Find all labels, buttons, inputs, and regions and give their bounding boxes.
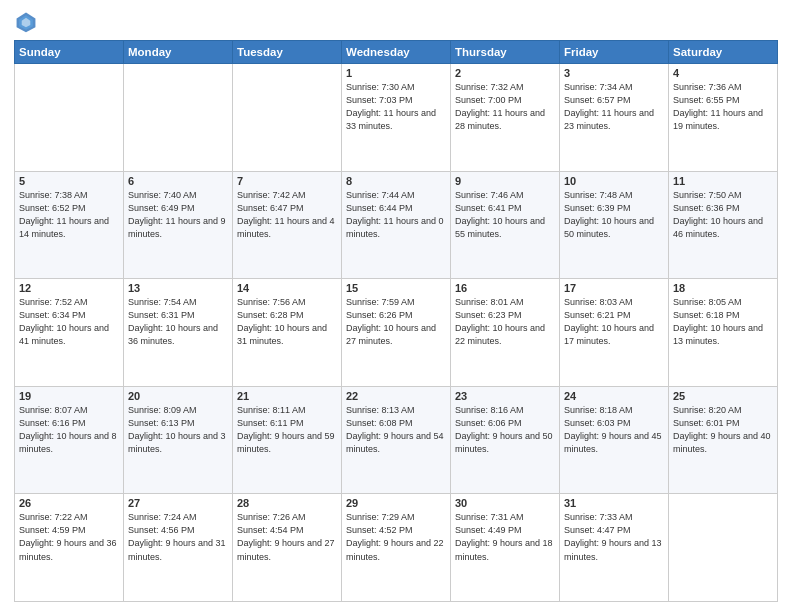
header <box>14 10 778 34</box>
day-number: 23 <box>455 390 555 402</box>
day-info: Sunrise: 7:50 AMSunset: 6:36 PMDaylight:… <box>673 189 773 241</box>
day-info: Sunrise: 7:36 AMSunset: 6:55 PMDaylight:… <box>673 81 773 133</box>
calendar-week-row: 1Sunrise: 7:30 AMSunset: 7:03 PMDaylight… <box>15 64 778 172</box>
day-number: 8 <box>346 175 446 187</box>
calendar-cell: 26Sunrise: 7:22 AMSunset: 4:59 PMDayligh… <box>15 494 124 602</box>
day-info: Sunrise: 8:09 AMSunset: 6:13 PMDaylight:… <box>128 404 228 456</box>
day-info: Sunrise: 8:13 AMSunset: 6:08 PMDaylight:… <box>346 404 446 456</box>
day-info: Sunrise: 8:16 AMSunset: 6:06 PMDaylight:… <box>455 404 555 456</box>
calendar-cell: 14Sunrise: 7:56 AMSunset: 6:28 PMDayligh… <box>233 279 342 387</box>
day-number: 27 <box>128 497 228 509</box>
calendar-cell <box>15 64 124 172</box>
day-number: 9 <box>455 175 555 187</box>
day-info: Sunrise: 7:29 AMSunset: 4:52 PMDaylight:… <box>346 511 446 563</box>
calendar-cell: 11Sunrise: 7:50 AMSunset: 6:36 PMDayligh… <box>669 171 778 279</box>
day-info: Sunrise: 7:24 AMSunset: 4:56 PMDaylight:… <box>128 511 228 563</box>
day-number: 2 <box>455 67 555 79</box>
day-number: 29 <box>346 497 446 509</box>
day-info: Sunrise: 8:07 AMSunset: 6:16 PMDaylight:… <box>19 404 119 456</box>
day-number: 30 <box>455 497 555 509</box>
calendar-week-row: 5Sunrise: 7:38 AMSunset: 6:52 PMDaylight… <box>15 171 778 279</box>
day-info: Sunrise: 8:18 AMSunset: 6:03 PMDaylight:… <box>564 404 664 456</box>
calendar-cell: 29Sunrise: 7:29 AMSunset: 4:52 PMDayligh… <box>342 494 451 602</box>
calendar-cell <box>124 64 233 172</box>
calendar-cell: 27Sunrise: 7:24 AMSunset: 4:56 PMDayligh… <box>124 494 233 602</box>
day-info: Sunrise: 7:40 AMSunset: 6:49 PMDaylight:… <box>128 189 228 241</box>
calendar-cell: 13Sunrise: 7:54 AMSunset: 6:31 PMDayligh… <box>124 279 233 387</box>
day-number: 24 <box>564 390 664 402</box>
day-info: Sunrise: 7:26 AMSunset: 4:54 PMDaylight:… <box>237 511 337 563</box>
day-number: 15 <box>346 282 446 294</box>
day-info: Sunrise: 7:22 AMSunset: 4:59 PMDaylight:… <box>19 511 119 563</box>
day-number: 28 <box>237 497 337 509</box>
day-info: Sunrise: 7:46 AMSunset: 6:41 PMDaylight:… <box>455 189 555 241</box>
calendar-cell: 1Sunrise: 7:30 AMSunset: 7:03 PMDaylight… <box>342 64 451 172</box>
day-number: 1 <box>346 67 446 79</box>
day-number: 7 <box>237 175 337 187</box>
day-number: 6 <box>128 175 228 187</box>
day-info: Sunrise: 7:32 AMSunset: 7:00 PMDaylight:… <box>455 81 555 133</box>
day-number: 22 <box>346 390 446 402</box>
day-info: Sunrise: 7:48 AMSunset: 6:39 PMDaylight:… <box>564 189 664 241</box>
calendar-cell: 8Sunrise: 7:44 AMSunset: 6:44 PMDaylight… <box>342 171 451 279</box>
calendar-week-row: 26Sunrise: 7:22 AMSunset: 4:59 PMDayligh… <box>15 494 778 602</box>
day-info: Sunrise: 7:52 AMSunset: 6:34 PMDaylight:… <box>19 296 119 348</box>
calendar-cell: 23Sunrise: 8:16 AMSunset: 6:06 PMDayligh… <box>451 386 560 494</box>
day-number: 4 <box>673 67 773 79</box>
day-info: Sunrise: 8:01 AMSunset: 6:23 PMDaylight:… <box>455 296 555 348</box>
calendar-cell: 25Sunrise: 8:20 AMSunset: 6:01 PMDayligh… <box>669 386 778 494</box>
day-number: 10 <box>564 175 664 187</box>
weekday-header: Monday <box>124 41 233 64</box>
weekday-header: Sunday <box>15 41 124 64</box>
day-info: Sunrise: 8:11 AMSunset: 6:11 PMDaylight:… <box>237 404 337 456</box>
day-info: Sunrise: 8:20 AMSunset: 6:01 PMDaylight:… <box>673 404 773 456</box>
weekday-header: Saturday <box>669 41 778 64</box>
day-number: 26 <box>19 497 119 509</box>
page-container: SundayMondayTuesdayWednesdayThursdayFrid… <box>0 0 792 612</box>
calendar-cell <box>233 64 342 172</box>
day-number: 14 <box>237 282 337 294</box>
calendar-cell: 4Sunrise: 7:36 AMSunset: 6:55 PMDaylight… <box>669 64 778 172</box>
calendar-cell: 6Sunrise: 7:40 AMSunset: 6:49 PMDaylight… <box>124 171 233 279</box>
day-number: 21 <box>237 390 337 402</box>
calendar-cell: 19Sunrise: 8:07 AMSunset: 6:16 PMDayligh… <box>15 386 124 494</box>
weekday-header: Thursday <box>451 41 560 64</box>
day-number: 5 <box>19 175 119 187</box>
day-number: 31 <box>564 497 664 509</box>
calendar-body: 1Sunrise: 7:30 AMSunset: 7:03 PMDaylight… <box>15 64 778 602</box>
calendar-cell: 3Sunrise: 7:34 AMSunset: 6:57 PMDaylight… <box>560 64 669 172</box>
day-number: 13 <box>128 282 228 294</box>
calendar-cell: 17Sunrise: 8:03 AMSunset: 6:21 PMDayligh… <box>560 279 669 387</box>
day-info: Sunrise: 7:34 AMSunset: 6:57 PMDaylight:… <box>564 81 664 133</box>
calendar-week-row: 19Sunrise: 8:07 AMSunset: 6:16 PMDayligh… <box>15 386 778 494</box>
calendar-cell: 31Sunrise: 7:33 AMSunset: 4:47 PMDayligh… <box>560 494 669 602</box>
weekday-header: Friday <box>560 41 669 64</box>
day-info: Sunrise: 7:30 AMSunset: 7:03 PMDaylight:… <box>346 81 446 133</box>
calendar-cell <box>669 494 778 602</box>
day-info: Sunrise: 8:03 AMSunset: 6:21 PMDaylight:… <box>564 296 664 348</box>
day-number: 17 <box>564 282 664 294</box>
calendar-cell: 28Sunrise: 7:26 AMSunset: 4:54 PMDayligh… <box>233 494 342 602</box>
calendar-cell: 22Sunrise: 8:13 AMSunset: 6:08 PMDayligh… <box>342 386 451 494</box>
weekday-row: SundayMondayTuesdayWednesdayThursdayFrid… <box>15 41 778 64</box>
calendar-week-row: 12Sunrise: 7:52 AMSunset: 6:34 PMDayligh… <box>15 279 778 387</box>
day-info: Sunrise: 8:05 AMSunset: 6:18 PMDaylight:… <box>673 296 773 348</box>
calendar-cell: 7Sunrise: 7:42 AMSunset: 6:47 PMDaylight… <box>233 171 342 279</box>
calendar-cell: 18Sunrise: 8:05 AMSunset: 6:18 PMDayligh… <box>669 279 778 387</box>
day-info: Sunrise: 7:38 AMSunset: 6:52 PMDaylight:… <box>19 189 119 241</box>
calendar-cell: 30Sunrise: 7:31 AMSunset: 4:49 PMDayligh… <box>451 494 560 602</box>
calendar-cell: 2Sunrise: 7:32 AMSunset: 7:00 PMDaylight… <box>451 64 560 172</box>
calendar-cell: 21Sunrise: 8:11 AMSunset: 6:11 PMDayligh… <box>233 386 342 494</box>
calendar-cell: 10Sunrise: 7:48 AMSunset: 6:39 PMDayligh… <box>560 171 669 279</box>
calendar-cell: 15Sunrise: 7:59 AMSunset: 6:26 PMDayligh… <box>342 279 451 387</box>
day-number: 25 <box>673 390 773 402</box>
day-number: 20 <box>128 390 228 402</box>
day-info: Sunrise: 7:54 AMSunset: 6:31 PMDaylight:… <box>128 296 228 348</box>
day-number: 3 <box>564 67 664 79</box>
calendar-table: SundayMondayTuesdayWednesdayThursdayFrid… <box>14 40 778 602</box>
day-number: 18 <box>673 282 773 294</box>
calendar-cell: 12Sunrise: 7:52 AMSunset: 6:34 PMDayligh… <box>15 279 124 387</box>
calendar-cell: 24Sunrise: 8:18 AMSunset: 6:03 PMDayligh… <box>560 386 669 494</box>
calendar-cell: 5Sunrise: 7:38 AMSunset: 6:52 PMDaylight… <box>15 171 124 279</box>
calendar-cell: 20Sunrise: 8:09 AMSunset: 6:13 PMDayligh… <box>124 386 233 494</box>
